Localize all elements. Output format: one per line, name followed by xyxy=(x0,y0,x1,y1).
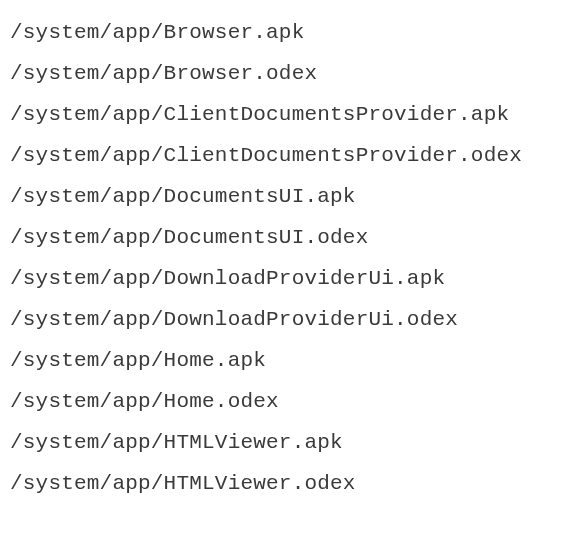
file-path: /system/app/HTMLViewer.apk xyxy=(10,422,574,463)
file-path-list: /system/app/Browser.apk /system/app/Brow… xyxy=(10,12,574,504)
file-path: /system/app/Browser.odex xyxy=(10,53,574,94)
file-path: /system/app/ClientDocumentsProvider.apk xyxy=(10,94,574,135)
file-path: /system/app/DocumentsUI.odex xyxy=(10,217,574,258)
file-path: /system/app/DocumentsUI.apk xyxy=(10,176,574,217)
file-path: /system/app/Home.odex xyxy=(10,381,574,422)
file-path: /system/app/ClientDocumentsProvider.odex xyxy=(10,135,574,176)
file-path: /system/app/Browser.apk xyxy=(10,12,574,53)
file-path: /system/app/DownloadProviderUi.apk xyxy=(10,258,574,299)
file-path: /system/app/DownloadProviderUi.odex xyxy=(10,299,574,340)
file-path: /system/app/HTMLViewer.odex xyxy=(10,463,574,504)
file-path: /system/app/Home.apk xyxy=(10,340,574,381)
